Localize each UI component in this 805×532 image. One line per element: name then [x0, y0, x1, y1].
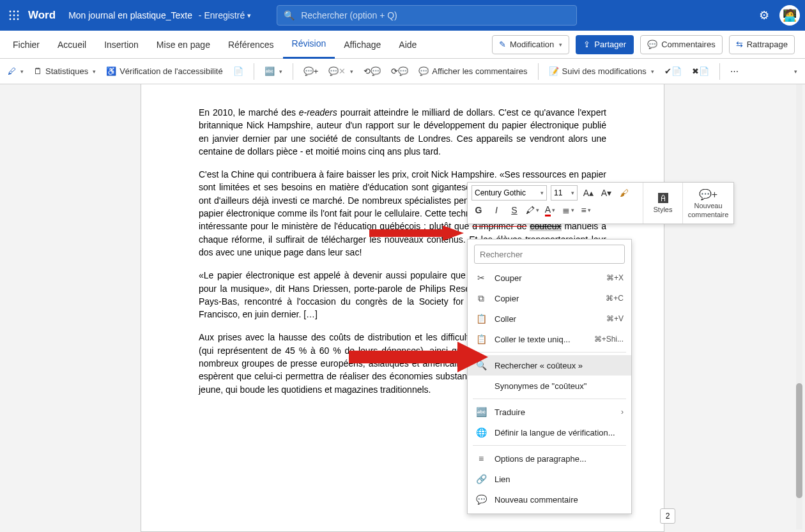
translate-icon: 🔤	[475, 407, 487, 417]
catchup-icon: ⇆	[736, 40, 743, 49]
context-menu: ✂ Couper ⌘+X ⧉ Copier ⌘+C 📋 Coller ⌘+V 📋…	[467, 239, 632, 514]
svg-point-8	[17, 19, 19, 20]
menu-copy[interactable]: ⧉ Copier ⌘+C	[468, 288, 631, 308]
new-comment-button[interactable]: 💬+ Nouveau commentaire	[682, 183, 733, 224]
tab-insertion[interactable]: Insertion	[95, 31, 148, 59]
svg-point-5	[17, 15, 19, 17]
shrink-font-icon[interactable]: A▾	[599, 186, 613, 200]
save-status: - Enregistré	[196, 10, 245, 20]
highlight-icon[interactable]: 🖍▾	[525, 203, 539, 217]
italic-icon[interactable]: I	[489, 203, 503, 217]
search-input[interactable]	[301, 10, 570, 20]
page-number: 2	[660, 508, 675, 524]
tab-revision[interactable]: Révision	[283, 31, 335, 59]
comments-button[interactable]: 💬 Commentaires	[640, 35, 723, 54]
editor-button[interactable]: 🖊▾	[4, 64, 27, 79]
bullets-icon[interactable]: ≣▾	[561, 203, 575, 217]
menu-search-word[interactable]: 🔍 Rechercher « coûteux »	[468, 355, 631, 376]
scrollbar-thumb[interactable]	[796, 383, 802, 498]
next-comment-button[interactable]: ⟳💬	[387, 64, 412, 79]
context-search[interactable]	[474, 245, 625, 264]
share-icon: ⇪	[583, 40, 590, 49]
track-changes-button[interactable]: 📝Suivi des modifications▾	[545, 64, 658, 79]
menu-synonyms[interactable]: Synonymes de "coûteux"	[468, 376, 631, 396]
chevron-right-icon: ›	[621, 407, 624, 416]
font-color-icon[interactable]: A▾	[543, 203, 557, 217]
app-name: Word	[28, 9, 56, 22]
more-button[interactable]: ⋯	[726, 64, 742, 79]
svg-point-3	[10, 15, 12, 17]
translate-button[interactable]: 🔤▾	[261, 64, 286, 79]
mini-toolbar: Century Gothic▾ 11▾ A▴ A▾ 🖌 G I S 🖍▾ A▾ …	[467, 182, 734, 224]
globe-icon: 🌐	[475, 427, 487, 437]
ribbon-tabs: Fichier Accueil Insertion Mise en page R…	[0, 31, 805, 59]
menu-paragraph-options[interactable]: ≡ Options de paragraphe...	[468, 448, 631, 469]
svg-point-0	[10, 11, 12, 13]
search-icon: 🔍	[475, 360, 487, 370]
user-avatar[interactable]: 🧑‍💻	[779, 5, 800, 26]
comment-icon: 💬+	[699, 188, 717, 201]
reject-button[interactable]: ✖📄	[688, 64, 713, 79]
font-name-select[interactable]: Century Gothic▾	[471, 185, 547, 201]
svg-point-7	[13, 19, 15, 20]
chevron-down-icon[interactable]: ▾	[247, 11, 251, 20]
search-icon: 🔍	[284, 10, 295, 20]
font-size-select[interactable]: 11▾	[551, 185, 578, 201]
ribbon-toolbar: 🖊▾ 🗒Statistiques▾ ♿Vérification de l'acc…	[0, 59, 805, 84]
statistics-button[interactable]: 🗒Statistiques▾	[30, 64, 100, 79]
underline-icon[interactable]: S	[507, 203, 521, 217]
accessibility-button[interactable]: ♿Vérification de l'accessibilité	[102, 64, 226, 79]
menu-define-language[interactable]: 🌐 Définir la langue de vérification...	[468, 422, 631, 443]
search-box[interactable]: 🔍	[277, 5, 577, 26]
svg-point-1	[13, 11, 15, 13]
paste-icon: 📋	[475, 314, 487, 324]
menu-paste-special[interactable]: 📋 Coller le texte uniq... ⌘+Shi...	[468, 329, 631, 349]
prev-comment-button[interactable]: ⟲💬	[360, 64, 385, 79]
title-bar: Word Mon journal en plastique_Texte - En…	[0, 0, 805, 31]
show-comments-button[interactable]: 💬Afficher les commentaires	[415, 64, 531, 79]
bold-icon[interactable]: G	[471, 203, 486, 217]
context-search-input[interactable]	[474, 245, 625, 264]
delete-comment-button[interactable]: 💬✕▾	[325, 64, 357, 79]
accept-button[interactable]: ✔📄	[661, 64, 686, 79]
catchup-button[interactable]: ⇆ Rattrapage	[729, 35, 795, 54]
settings-icon[interactable]: ⚙	[759, 8, 769, 22]
tab-accueil[interactable]: Accueil	[49, 31, 95, 59]
share-button[interactable]: ⇪ Partager	[576, 35, 634, 54]
pen-icon: ✎	[499, 40, 506, 49]
comment-icon: 💬	[475, 494, 487, 505]
format-painter-icon[interactable]: 🖌	[617, 186, 631, 200]
paragraph-icon: ≡	[475, 453, 487, 464]
paste-text-icon: 📋	[475, 334, 487, 344]
document-canvas: En 2010, le marché des e-readers pourrai…	[0, 84, 805, 532]
menu-translate[interactable]: 🔤 Traduire ›	[468, 402, 631, 422]
menu-new-comment[interactable]: 💬 Nouveau commentaire	[468, 489, 631, 510]
svg-point-4	[13, 15, 15, 17]
svg-point-2	[17, 11, 19, 13]
collapse-ribbon-button[interactable]: ▾	[789, 66, 801, 77]
cut-icon: ✂	[475, 273, 487, 283]
grow-font-icon[interactable]: A▴	[581, 186, 595, 200]
styles-button[interactable]: 🅰 Styles	[643, 183, 682, 224]
comment-icon: 💬	[647, 40, 657, 49]
document-title[interactable]: Mon journal en plastique_Texte	[68, 10, 192, 20]
tab-fichier[interactable]: Fichier	[4, 31, 49, 59]
chevron-down-icon: ▾	[559, 42, 562, 48]
styles-icon: 🅰	[658, 193, 668, 204]
tab-mise-en-page[interactable]: Mise en page	[148, 31, 219, 59]
menu-link[interactable]: 🔗 Lien	[468, 469, 631, 489]
numbering-icon[interactable]: ≡▾	[579, 203, 593, 217]
app-launcher-icon[interactable]	[5, 6, 23, 24]
paragraph[interactable]: En 2010, le marché des e-readers pourrai…	[199, 106, 606, 158]
tab-affichage[interactable]: Affichage	[335, 31, 390, 59]
menu-cut[interactable]: ✂ Couper ⌘+X	[468, 268, 631, 288]
copy-icon: ⧉	[475, 293, 487, 304]
new-comment-button[interactable]: 💬+	[300, 64, 323, 79]
editing-mode-button[interactable]: ✎ Modification ▾	[492, 35, 569, 54]
svg-point-6	[10, 19, 12, 20]
tab-references[interactable]: Références	[219, 31, 283, 59]
tab-aide[interactable]: Aide	[390, 31, 425, 59]
link-icon: 🔗	[475, 474, 487, 484]
menu-paste[interactable]: 📋 Coller ⌘+V	[468, 308, 631, 329]
read-aloud-button[interactable]: 📄	[229, 64, 247, 79]
